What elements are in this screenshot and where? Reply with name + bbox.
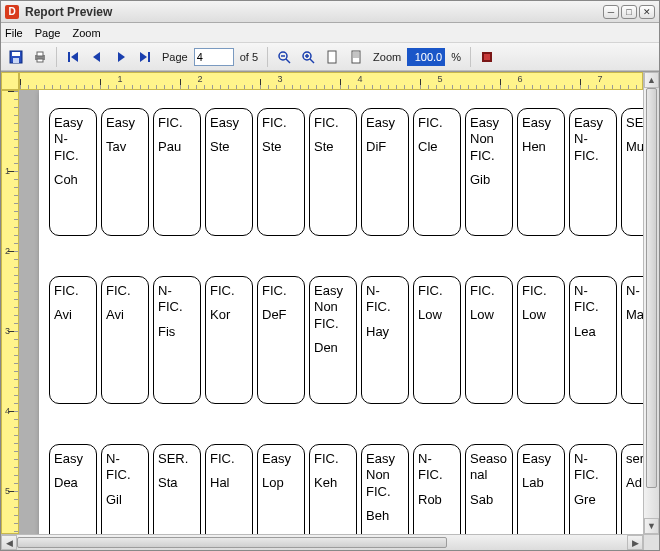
svg-rect-2 [13, 58, 19, 63]
label-line1: FIC. [210, 451, 248, 467]
label-line2: DiF [366, 139, 404, 155]
zoom-pct-label: % [451, 51, 461, 63]
label-card: EasyDea [49, 444, 97, 534]
label-card: ser sAd [621, 444, 643, 534]
minimize-button[interactable]: ─ [603, 5, 619, 19]
label-line1: FIC. [522, 283, 560, 299]
scroll-up-arrow[interactable]: ▲ [644, 72, 659, 88]
fit-width-button[interactable] [345, 46, 367, 68]
label-card: FIC.Ste [309, 108, 357, 236]
label-line1: Easy Non FIC. [470, 115, 508, 164]
label-line2: Avi [54, 307, 92, 323]
svg-line-16 [310, 59, 314, 63]
zoom-out-button[interactable] [273, 46, 295, 68]
ruler-v-tick: 4 [5, 406, 10, 416]
menu-zoom[interactable]: Zoom [72, 27, 100, 39]
ruler-horizontal: 12345678 [19, 72, 643, 90]
label-card: FIC.Avi [49, 276, 97, 404]
close-button[interactable]: ✕ [639, 5, 655, 19]
scroll-left-arrow[interactable]: ◀ [1, 535, 17, 550]
menu-file[interactable]: File [5, 27, 23, 39]
label-line1: ser s [626, 451, 643, 467]
label-line2: Lea [574, 324, 612, 340]
label-line2: Hal [210, 475, 248, 491]
last-icon [138, 50, 152, 64]
next-page-button[interactable] [110, 46, 132, 68]
label-card: FIC.Avi [101, 276, 149, 404]
label-card: EasyLop [257, 444, 305, 534]
print-button[interactable] [29, 46, 51, 68]
label-line2: Low [418, 307, 456, 323]
label-line1: FIC. [314, 115, 352, 131]
label-line1: N-FIC. [158, 283, 196, 316]
ruler-h-tick: 5 [437, 74, 442, 84]
label-line2: Avi [106, 307, 144, 323]
label-line1: FIC. [54, 283, 92, 299]
label-card: N-FIC.Lea [569, 276, 617, 404]
label-line1: Easy [522, 451, 560, 467]
label-line1: Easy [522, 115, 560, 131]
last-page-button[interactable] [134, 46, 156, 68]
scrollbar-horizontal[interactable]: ◀ ▶ [1, 534, 643, 550]
svg-rect-19 [328, 51, 336, 63]
ruler-v-tick: 3 [5, 326, 10, 336]
label-line2: Cle [418, 139, 456, 155]
label-line2: Gre [574, 492, 612, 508]
zoom-in-button[interactable] [297, 46, 319, 68]
label-line1: N-FIC. [574, 451, 612, 484]
fit-page-icon [325, 50, 339, 64]
svg-marker-9 [118, 52, 125, 62]
label-row: FIC.AviFIC.AviN-FIC.FisFIC.KorFIC.DeFEas… [49, 276, 643, 404]
label-line2: Ste [262, 139, 300, 155]
label-line1: Easy Non FIC. [366, 451, 404, 500]
label-line2: Low [470, 307, 508, 323]
ruler-h-tick: 6 [517, 74, 522, 84]
svg-marker-8 [93, 52, 100, 62]
label-line1: FIC. [314, 451, 352, 467]
scroll-corner [643, 534, 659, 550]
label-card: Easy N-FIC.Coh [49, 108, 97, 236]
scroll-down-arrow[interactable]: ▼ [644, 518, 659, 534]
prev-page-button[interactable] [86, 46, 108, 68]
separator [267, 47, 268, 67]
label-card: N-FIC.Rob [413, 444, 461, 534]
label-line1: FIC. [262, 283, 300, 299]
label-card: N-FIC.Hay [361, 276, 409, 404]
prev-icon [90, 50, 104, 64]
menu-page[interactable]: Page [35, 27, 61, 39]
scrollbar-vertical[interactable]: ▲ ▼ [643, 72, 659, 534]
label-card: Easy Non FIC.Den [309, 276, 357, 404]
label-line1: N-FIC. [574, 283, 612, 316]
scroll-thumb-h[interactable] [17, 537, 447, 548]
label-card: Easy Non FIC.Gib [465, 108, 513, 236]
exit-icon [480, 50, 494, 64]
page-label: Page [162, 51, 188, 63]
scroll-right-arrow[interactable]: ▶ [627, 535, 643, 550]
app-window: D Report Preview ─ □ ✕ File Page Zoom [0, 0, 660, 551]
label-line1: FIC. [158, 115, 196, 131]
label-line1: Seasonal [470, 451, 508, 484]
label-line2: Ste [210, 139, 248, 155]
first-page-button[interactable] [62, 46, 84, 68]
fit-page-button[interactable] [321, 46, 343, 68]
label-row: EasyDeaN-FIC.GilSER.StaFIC.HalEasyLopFIC… [49, 444, 643, 534]
canvas: Easy N-FIC.CohEasyTavFIC.PauEasySteFIC.S… [19, 90, 643, 534]
page-of-label: of 5 [240, 51, 258, 63]
ruler-h-tick: 1 [117, 74, 122, 84]
label-card: SER.Sta [153, 444, 201, 534]
label-card: FIC.Low [465, 276, 513, 404]
page-input[interactable] [194, 48, 234, 66]
label-line2: Ste [314, 139, 352, 155]
ruler-v-tick: 2 [5, 246, 10, 256]
maximize-button[interactable]: □ [621, 5, 637, 19]
label-card: FIC.Ste [257, 108, 305, 236]
zoom-input[interactable] [407, 48, 445, 66]
close-preview-button[interactable] [476, 46, 498, 68]
save-button[interactable] [5, 46, 27, 68]
scroll-thumb-v[interactable] [646, 88, 657, 488]
label-line1: Easy [210, 115, 248, 131]
printer-icon [33, 50, 47, 64]
label-line1: FIC. [210, 283, 248, 299]
label-card: FIC.Low [517, 276, 565, 404]
label-line1: SE [626, 115, 643, 131]
